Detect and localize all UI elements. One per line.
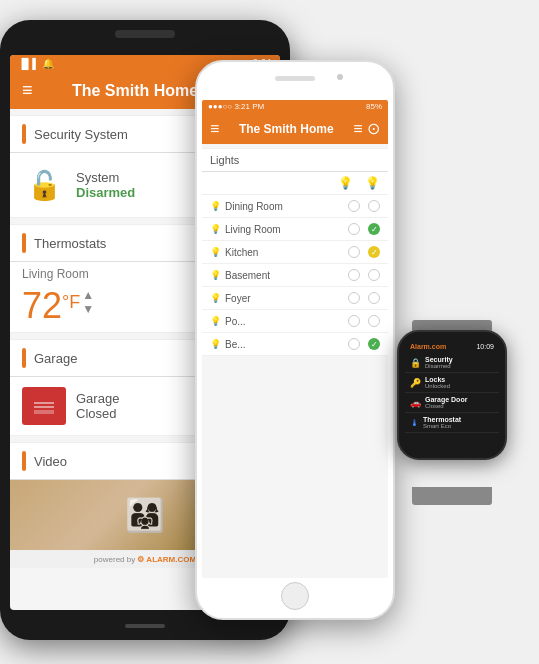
svg-rect-1 xyxy=(34,402,54,404)
iphone-lights-header: Lights xyxy=(202,148,388,172)
system-label: System xyxy=(76,170,135,185)
light-row-right-foyer xyxy=(348,292,380,304)
garage-status: Garage Closed xyxy=(76,391,119,421)
orange-bar xyxy=(22,124,26,144)
iphone-header: ≡ The Smith Home ≡ ⊙ xyxy=(202,113,388,144)
radio-off-dining[interactable] xyxy=(348,200,360,212)
radio-off2-basement[interactable] xyxy=(368,269,380,281)
watch-security-icon: 🔒 xyxy=(410,358,421,368)
kitchen-label: Kitchen xyxy=(225,247,258,258)
radio-off-porch[interactable] xyxy=(348,315,360,327)
radio-on-living[interactable]: ✓ xyxy=(368,223,380,235)
watch-row-garage[interactable]: 🚗 Garage Door Closed xyxy=(405,393,499,413)
light-row-foyer[interactable]: 💡 Foyer xyxy=(202,287,388,310)
android-app-title: The Smith Home xyxy=(72,82,198,100)
iphone-lights-icons-header: 💡 💡 xyxy=(202,172,388,195)
light-row-left-living: 💡 Living Room xyxy=(210,224,281,235)
watch-garage-icon: 🚗 xyxy=(410,398,421,408)
iphone-title: The Smith Home xyxy=(239,122,334,136)
bulb-icon-bedroom: 💡 xyxy=(210,339,221,349)
iphone-battery: 85% xyxy=(366,102,382,111)
watch-garage-content: Garage Door Closed xyxy=(425,396,467,409)
radio-off-kitchen[interactable] xyxy=(348,246,360,258)
light-row-left-porch: 💡 Po... xyxy=(210,316,246,327)
bulb-icon-foyer: 💡 xyxy=(210,293,221,303)
room-label: Living Room xyxy=(22,267,89,281)
iphone-account-icon[interactable]: ⊙ xyxy=(367,120,380,137)
iphone-camera xyxy=(337,74,343,80)
light-row-left-kitchen: 💡 Kitchen xyxy=(210,247,258,258)
watch-thermostat-title: Thermostat xyxy=(423,416,461,423)
watch-time: 10:09 xyxy=(476,343,494,350)
watch-row-security[interactable]: 🔒 Security Disarmed xyxy=(405,353,499,373)
temp-down[interactable]: ▼ xyxy=(82,302,94,316)
iphone-menu-icon[interactable]: ≡ xyxy=(210,120,219,138)
radio-off2-foyer[interactable] xyxy=(368,292,380,304)
watch-app-name: Alarm.com xyxy=(410,343,446,350)
light-row-left-dining: 💡 Dining Room xyxy=(210,201,283,212)
light-row-basement[interactable]: 💡 Basement xyxy=(202,264,388,287)
basement-label: Basement xyxy=(225,270,270,281)
svg-rect-2 xyxy=(34,406,54,408)
watch-thermo-icon: 🌡 xyxy=(410,418,419,428)
radio-off2-dining[interactable] xyxy=(368,200,380,212)
iphone-home-button[interactable] xyxy=(281,582,309,610)
watch-garage-sub: Closed xyxy=(425,403,467,409)
iphone-list-icon[interactable]: ≡ xyxy=(353,120,362,137)
iphone-speaker xyxy=(275,76,315,81)
watch-screen: Alarm.com 10:09 🔒 Security Disarmed 🔑 Lo… xyxy=(405,340,499,450)
light-row-right-basement xyxy=(348,269,380,281)
radio-off-foyer[interactable] xyxy=(348,292,360,304)
living-room-label: Living Room xyxy=(225,224,281,235)
radio-on-kitchen[interactable]: ✓ xyxy=(368,246,380,258)
svg-rect-3 xyxy=(34,410,54,414)
watch-locks-sub: Unlocked xyxy=(425,383,450,389)
temperature-value: 72 xyxy=(22,288,62,324)
foyer-label: Foyer xyxy=(225,293,251,304)
light-row-left-foyer: 💡 Foyer xyxy=(210,293,251,304)
light-row-right-dining xyxy=(348,200,380,212)
light-off-icon: 💡 xyxy=(338,176,353,190)
apple-watch: Alarm.com 10:09 🔒 Security Disarmed 🔑 Lo… xyxy=(379,320,524,505)
watch-row-thermostat[interactable]: 🌡 Thermostat Smart Eco xyxy=(405,413,499,433)
light-row-living[interactable]: 💡 Living Room ✓ xyxy=(202,218,388,241)
iphone-statusbar: ●●●○○ 3:21 PM 85% xyxy=(202,100,388,113)
watch-row-locks[interactable]: 🔑 Locks Unlocked xyxy=(405,373,499,393)
android-signal: ▐▌▌ 🔔 xyxy=(18,58,54,69)
radio-off-living[interactable] xyxy=(348,223,360,235)
temp-up[interactable]: ▲ xyxy=(82,288,94,302)
orange-bar-thermo xyxy=(22,233,26,253)
security-status: System Disarmed xyxy=(76,170,135,200)
watch-thermostat-sub: Smart Eco xyxy=(423,423,461,429)
temp-value-group: 72 °F ▲ ▼ xyxy=(22,288,94,324)
bulb-icon-kitchen: 💡 xyxy=(210,247,221,257)
light-row-left-bedroom: 💡 Be... xyxy=(210,339,246,350)
orange-bar-video xyxy=(22,451,26,471)
radio-off-bedroom[interactable] xyxy=(348,338,360,350)
light-row-dining[interactable]: 💡 Dining Room xyxy=(202,195,388,218)
disarmed-text: Disarmed xyxy=(76,185,135,200)
light-row-right-living: ✓ xyxy=(348,223,380,235)
radio-off-basement[interactable] xyxy=(348,269,360,281)
watch-body: Alarm.com 10:09 🔒 Security Disarmed 🔑 Lo… xyxy=(397,330,507,460)
bulb-icon-porch: 💡 xyxy=(210,316,221,326)
light-on-icon: 💡 xyxy=(365,176,380,190)
video-label: Video xyxy=(34,454,67,469)
iphone: ●●●○○ 3:21 PM 85% ≡ The Smith Home ≡ ⊙ L… xyxy=(195,60,395,620)
garage-door-icon xyxy=(22,387,66,425)
bedroom-label: Be... xyxy=(225,339,246,350)
garage-closed-line1: Garage xyxy=(76,391,119,406)
light-row-bedroom[interactable]: 💡 Be... ✓ xyxy=(202,333,388,356)
light-row-porch[interactable]: 💡 Po... xyxy=(202,310,388,333)
bulb-icon-dining: 💡 xyxy=(210,201,221,211)
bulb-icon-basement: 💡 xyxy=(210,270,221,280)
watch-thermostat-content: Thermostat Smart Eco xyxy=(423,416,461,429)
light-row-right-porch xyxy=(348,315,380,327)
security-label: Security System xyxy=(34,127,128,142)
watch-band-bottom xyxy=(412,487,492,505)
temp-arrows[interactable]: ▲ ▼ xyxy=(82,288,94,316)
garage-closed-line2: Closed xyxy=(76,406,119,421)
light-row-kitchen[interactable]: 💡 Kitchen ✓ xyxy=(202,241,388,264)
menu-icon[interactable]: ≡ xyxy=(22,80,33,101)
watch-header: Alarm.com 10:09 xyxy=(405,340,499,353)
